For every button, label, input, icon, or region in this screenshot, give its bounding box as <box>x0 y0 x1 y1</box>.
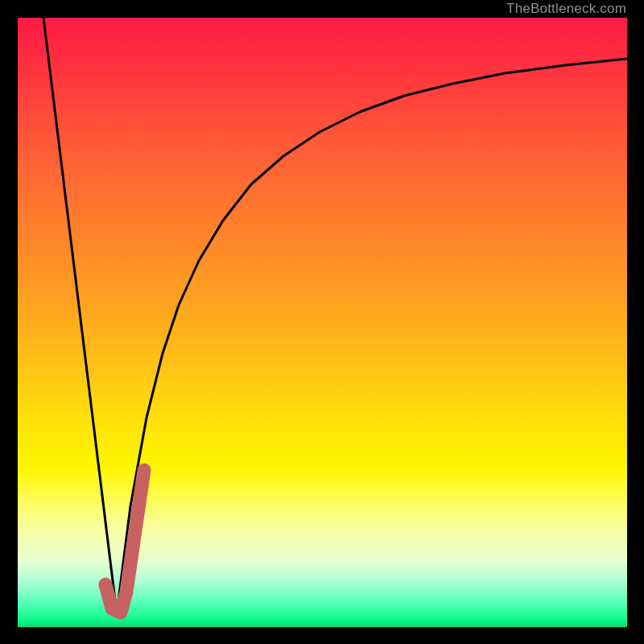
watermark-text: TheBottleneck.com <box>506 0 626 18</box>
curve-layer <box>18 18 627 627</box>
series-right-rising-curve <box>117 59 627 613</box>
plot-area <box>18 18 627 627</box>
chart-stage: TheBottleneck.com <box>0 0 644 644</box>
series-left-descending-line <box>43 18 117 613</box>
